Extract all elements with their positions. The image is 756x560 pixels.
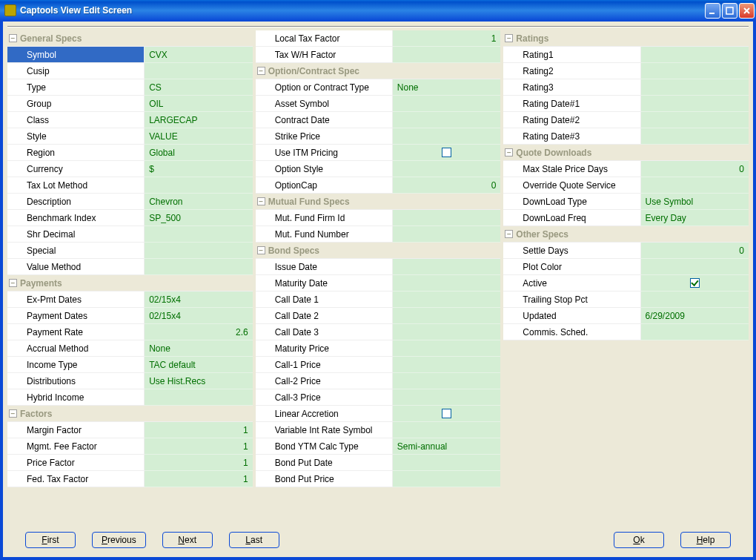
- ok-button[interactable]: Ok: [614, 532, 664, 548]
- row-option-cap[interactable]: OptionCap0: [256, 177, 501, 194]
- row-maturity-price[interactable]: Maturity Price: [256, 340, 501, 357]
- row-issue-date[interactable]: Issue Date: [256, 259, 501, 275]
- value-asset-symbol[interactable]: [393, 96, 501, 112]
- value-symbol[interactable]: CVX: [145, 47, 253, 63]
- value-call1-price[interactable]: [393, 357, 501, 373]
- value-payment-rate[interactable]: 2.6: [145, 324, 253, 340]
- checkbox-active[interactable]: [690, 278, 700, 288]
- row-asset-symbol[interactable]: Asset Symbol: [256, 96, 501, 112]
- value-updated[interactable]: 6/29/2009: [641, 308, 749, 324]
- row-style[interactable]: StyleVALUE: [7, 128, 253, 145]
- value-tax-lot[interactable]: [145, 177, 253, 194]
- value-cusip[interactable]: [145, 63, 253, 79]
- collapse-icon[interactable]: −: [257, 67, 265, 75]
- row-call1[interactable]: Call Date 1: [256, 291, 501, 308]
- value-mf-number[interactable]: [393, 226, 501, 243]
- collapse-icon[interactable]: −: [505, 148, 513, 157]
- value-value-method[interactable]: [145, 259, 253, 275]
- row-margin-factor[interactable]: Margin Factor1: [7, 422, 253, 438]
- row-type[interactable]: TypeCS: [7, 79, 253, 96]
- section-general-specs[interactable]: −General Specs: [7, 30, 253, 47]
- value-rating2[interactable]: [641, 63, 749, 79]
- value-call3-price[interactable]: [393, 389, 501, 406]
- row-commis[interactable]: Commis. Sched.: [503, 324, 749, 340]
- row-hybrid[interactable]: Hybrid Income: [7, 389, 253, 406]
- checkbox-linear[interactable]: [442, 409, 451, 418]
- next-button[interactable]: Next: [162, 532, 213, 548]
- row-tax-lot[interactable]: Tax Lot Method: [7, 177, 253, 194]
- section-factors[interactable]: −Factors: [7, 406, 253, 422]
- row-currency[interactable]: Currency$: [7, 161, 253, 177]
- value-contract-date[interactable]: [393, 112, 501, 128]
- row-settle[interactable]: Settle Days0: [503, 243, 749, 259]
- collapse-icon[interactable]: −: [257, 246, 265, 254]
- collapse-icon[interactable]: −: [9, 409, 17, 418]
- value-active[interactable]: [641, 275, 749, 291]
- section-payments[interactable]: −Payments: [7, 275, 253, 291]
- row-linear[interactable]: Linear Accretion: [256, 406, 501, 422]
- section-bond-specs[interactable]: −Bond Specs: [256, 243, 501, 259]
- value-rating1[interactable]: [641, 47, 749, 63]
- value-benchmark[interactable]: SP_500: [145, 210, 253, 226]
- value-strike[interactable]: [393, 128, 501, 145]
- value-rating3[interactable]: [641, 79, 749, 96]
- value-distributions[interactable]: Use Hist.Recs: [145, 373, 253, 389]
- value-ytm[interactable]: Semi-annual: [393, 438, 501, 455]
- collapse-icon[interactable]: −: [9, 279, 17, 287]
- row-call2[interactable]: Call Date 2: [256, 308, 501, 324]
- row-payment-dates[interactable]: Payment Dates02/15x4: [7, 308, 253, 324]
- value-special[interactable]: [145, 243, 253, 259]
- row-shr-decimal[interactable]: Shr Decimal: [7, 226, 253, 243]
- value-commis[interactable]: [641, 324, 749, 340]
- section-other-specs[interactable]: −Other Specs: [503, 226, 749, 243]
- value-maturity-price[interactable]: [393, 340, 501, 357]
- collapse-icon[interactable]: −: [257, 197, 265, 205]
- row-call3[interactable]: Call Date 3: [256, 324, 501, 340]
- value-accrual[interactable]: None: [145, 340, 253, 357]
- value-margin-factor[interactable]: 1: [145, 422, 253, 438]
- value-call2[interactable]: [393, 308, 501, 324]
- value-plot[interactable]: [641, 259, 749, 275]
- section-mutual-fund[interactable]: −Mutual Fund Specs: [256, 194, 501, 210]
- row-ex-pmt[interactable]: Ex-Pmt Dates02/15x4: [7, 291, 253, 308]
- value-style[interactable]: VALUE: [145, 128, 253, 145]
- checkbox-itm[interactable]: [442, 148, 451, 157]
- value-maturity-date[interactable]: [393, 275, 501, 291]
- value-option-style[interactable]: [393, 161, 501, 177]
- value-type[interactable]: CS: [145, 79, 253, 96]
- row-rating-d1[interactable]: Rating Date#1: [503, 96, 749, 112]
- value-group[interactable]: OIL: [145, 96, 253, 112]
- value-issue-date[interactable]: [393, 259, 501, 275]
- value-put-date[interactable]: [393, 455, 501, 471]
- collapse-icon[interactable]: −: [9, 34, 17, 42]
- last-button[interactable]: Last: [229, 532, 279, 548]
- value-income-type[interactable]: TAC default: [145, 357, 253, 373]
- maximize-button[interactable]: [722, 3, 737, 19]
- titlebar[interactable]: Captools View Edit Screen: [0, 0, 756, 21]
- row-fed-tax[interactable]: Fed. Tax Factor1: [7, 471, 253, 487]
- value-override[interactable]: [641, 177, 749, 194]
- section-ratings[interactable]: −Ratings: [503, 30, 749, 47]
- value-option-type[interactable]: None: [393, 79, 501, 96]
- value-dl-freq[interactable]: Every Day: [641, 210, 749, 226]
- row-benchmark[interactable]: Benchmark IndexSP_500: [7, 210, 253, 226]
- row-itm[interactable]: Use ITM Pricing: [256, 145, 501, 161]
- value-settle[interactable]: 0: [641, 243, 749, 259]
- value-ex-pmt[interactable]: 02/15x4: [145, 291, 253, 308]
- value-rating-d2[interactable]: [641, 112, 749, 128]
- row-mf-firm[interactable]: Mut. Fund Firm Id: [256, 210, 501, 226]
- row-maturity-date[interactable]: Maturity Date: [256, 275, 501, 291]
- row-contract-date[interactable]: Contract Date: [256, 112, 501, 128]
- row-plot[interactable]: Plot Color: [503, 259, 749, 275]
- value-price-factor[interactable]: 1: [145, 455, 253, 471]
- section-option-contract[interactable]: −Option/Contract Spec: [256, 63, 501, 79]
- value-rating-d1[interactable]: [641, 96, 749, 112]
- row-distributions[interactable]: DistributionsUse Hist.Recs: [7, 373, 253, 389]
- row-tax-wh[interactable]: Tax W/H Factor: [256, 47, 501, 63]
- row-call1-price[interactable]: Call-1 Price: [256, 357, 501, 373]
- row-value-method[interactable]: Value Method: [7, 259, 253, 275]
- row-rating3[interactable]: Rating3: [503, 79, 749, 96]
- value-put-price[interactable]: [393, 471, 501, 487]
- row-income-type[interactable]: Income TypeTAC default: [7, 357, 253, 373]
- value-itm[interactable]: [393, 145, 501, 161]
